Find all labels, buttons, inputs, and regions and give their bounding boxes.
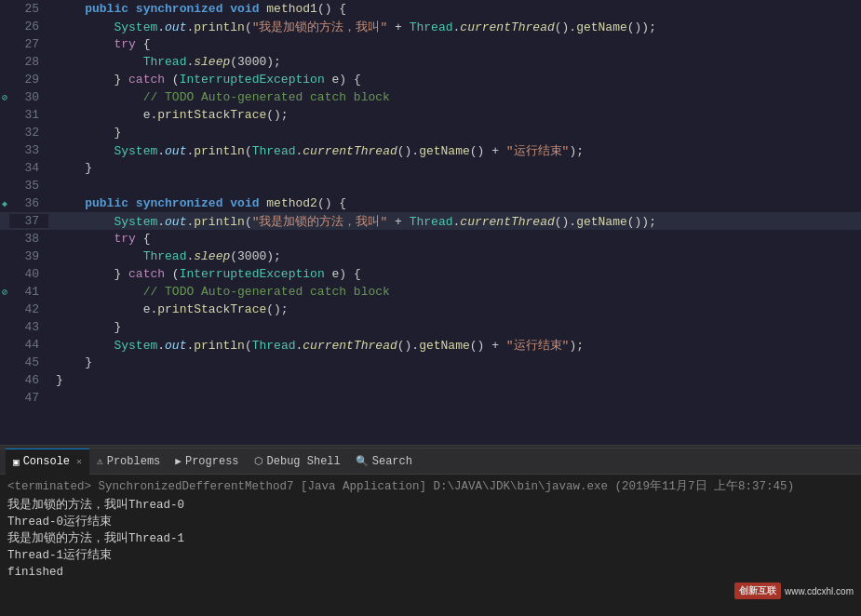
- tab-icon: ⬡: [254, 455, 263, 467]
- watermark-box: 创新互联: [734, 583, 781, 599]
- tab-icon: 🔍: [356, 455, 369, 467]
- code-line: 29 } catch (InterruptedException e) {: [0, 71, 861, 88]
- code-line: 38 try {: [0, 230, 861, 248]
- code-editor: 25 public synchronized void method1() {2…: [0, 0, 861, 445]
- console-output-line: 我是加锁的方法，我叫Thread-1: [7, 530, 854, 547]
- line-number: 29: [9, 73, 48, 87]
- line-number: 36: [9, 196, 48, 210]
- line-content: try {: [48, 37, 861, 51]
- code-line: 47: [0, 389, 861, 407]
- line-number: 39: [9, 249, 48, 263]
- code-line: 26 System.out.println("我是加锁的方法，我叫" + Thr…: [0, 18, 861, 35]
- tab-label: Search: [372, 455, 412, 468]
- console-tab-debug-shell[interactable]: ⬡Debug Shell: [247, 449, 348, 475]
- console-output-line: finished: [7, 564, 854, 581]
- tab-icon: ⚠: [97, 455, 103, 467]
- code-line: ⊘41 // TODO Auto-generated catch block: [0, 283, 861, 301]
- tab-label: Debug Shell: [267, 455, 341, 468]
- line-number: 47: [9, 391, 48, 405]
- line-number: 27: [9, 37, 48, 51]
- line-content: System.out.println(Thread.currentThread(…: [48, 142, 861, 159]
- line-number: 32: [9, 126, 48, 140]
- line-marker: ⊘: [0, 287, 9, 298]
- line-number: 41: [9, 285, 48, 299]
- tab-label: Problems: [107, 455, 161, 468]
- line-number: 42: [9, 302, 48, 316]
- line-content: }: [48, 161, 861, 175]
- line-number: 46: [9, 373, 48, 387]
- line-content: try {: [48, 232, 861, 246]
- code-line: 27 try {: [0, 35, 861, 53]
- console-terminated-line: <terminated> SynchronizedDefferentMethod…: [7, 478, 854, 495]
- line-content: }: [48, 373, 861, 387]
- code-line: 46}: [0, 371, 861, 389]
- console-tab-console[interactable]: ▣Console✕: [6, 449, 89, 475]
- code-line: 32 }: [0, 124, 861, 141]
- line-content: Thread.sleep(3000);: [48, 55, 861, 69]
- code-line: 43 }: [0, 318, 861, 336]
- console-panel: ▣Console✕⚠Problems▶Progress⬡Debug Shell🔍…: [0, 449, 861, 607]
- tab-close-icon[interactable]: ✕: [76, 456, 82, 467]
- code-line: 25 public synchronized void method1() {: [0, 0, 861, 18]
- line-number: 25: [9, 2, 48, 16]
- line-number: 35: [9, 179, 48, 193]
- line-content: Thread.sleep(3000);: [48, 249, 861, 263]
- console-content: <terminated> SynchronizedDefferentMethod…: [0, 475, 861, 607]
- line-number: 28: [9, 55, 48, 69]
- line-number: 33: [9, 143, 48, 157]
- code-line: 44 System.out.println(Thread.currentThre…: [0, 336, 861, 354]
- line-number: 40: [9, 267, 48, 281]
- line-number: 26: [9, 20, 48, 33]
- line-marker: ◈: [0, 198, 9, 209]
- code-line: 31 e.printStackTrace();: [0, 106, 861, 124]
- code-line: 45 }: [0, 354, 861, 371]
- console-tab-problems[interactable]: ⚠Problems: [89, 449, 168, 475]
- line-content: public synchronized void method2() {: [48, 196, 861, 210]
- line-content: System.out.println("我是加锁的方法，我叫" + Thread…: [48, 213, 861, 230]
- code-line: 28 Thread.sleep(3000);: [0, 53, 861, 71]
- line-content: System.out.println(Thread.currentThread(…: [48, 337, 861, 354]
- line-marker: ⊘: [0, 92, 9, 103]
- code-line: ◈36 public synchronized void method2() {: [0, 194, 861, 212]
- code-line: 33 System.out.println(Thread.currentThre…: [0, 141, 861, 159]
- line-content: // TODO Auto-generated catch block: [48, 285, 861, 299]
- line-content: public synchronized void method1() {: [48, 2, 861, 16]
- tab-icon: ▶: [175, 455, 182, 467]
- code-line: 40 } catch (InterruptedException e) {: [0, 265, 861, 283]
- line-content: }: [48, 355, 861, 369]
- tab-icon: ▣: [13, 456, 20, 468]
- line-number: 44: [9, 338, 48, 352]
- line-number: 30: [9, 90, 48, 104]
- code-line: 35: [0, 177, 861, 194]
- watermark-domain: www.cdcxhl.com: [785, 586, 854, 596]
- code-line: 37 System.out.println("我是加锁的方法，我叫" + Thr…: [0, 212, 861, 230]
- line-content: System.out.println("我是加锁的方法，我叫" + Thread…: [48, 19, 861, 35]
- console-output: 我是加锁的方法，我叫Thread-0Thread-0运行结束我是加锁的方法，我叫…: [7, 497, 854, 581]
- console-output-line: Thread-1运行结束: [7, 547, 854, 564]
- line-number: 34: [9, 161, 48, 175]
- line-content: } catch (InterruptedException e) {: [48, 267, 861, 281]
- line-content: } catch (InterruptedException e) {: [48, 73, 861, 87]
- code-line: ⊘30 // TODO Auto-generated catch block: [0, 88, 861, 106]
- watermark: 创新互联 www.cdcxhl.com: [734, 583, 854, 599]
- line-number: 37: [9, 214, 48, 228]
- tab-label: Progress: [185, 455, 239, 468]
- line-number: 31: [9, 108, 48, 122]
- code-line: 39 Thread.sleep(3000);: [0, 248, 861, 265]
- console-tab-progress[interactable]: ▶Progress: [168, 449, 246, 475]
- line-content: // TODO Auto-generated catch block: [48, 90, 861, 104]
- tab-label: Console: [23, 455, 70, 468]
- code-line: 34 }: [0, 159, 861, 177]
- line-number: 43: [9, 320, 48, 334]
- console-tabs-bar: ▣Console✕⚠Problems▶Progress⬡Debug Shell🔍…: [0, 449, 861, 475]
- console-output-line: Thread-0运行结束: [7, 514, 854, 530]
- line-content: e.printStackTrace();: [48, 108, 861, 122]
- console-tab-search[interactable]: 🔍Search: [348, 449, 420, 475]
- line-number: 38: [9, 232, 48, 246]
- line-content: }: [48, 320, 861, 334]
- line-content: }: [48, 126, 861, 140]
- code-line: 42 e.printStackTrace();: [0, 301, 861, 318]
- line-number: 45: [9, 355, 48, 369]
- code-lines: 25 public synchronized void method1() {2…: [0, 0, 861, 407]
- line-content: e.printStackTrace();: [48, 302, 861, 316]
